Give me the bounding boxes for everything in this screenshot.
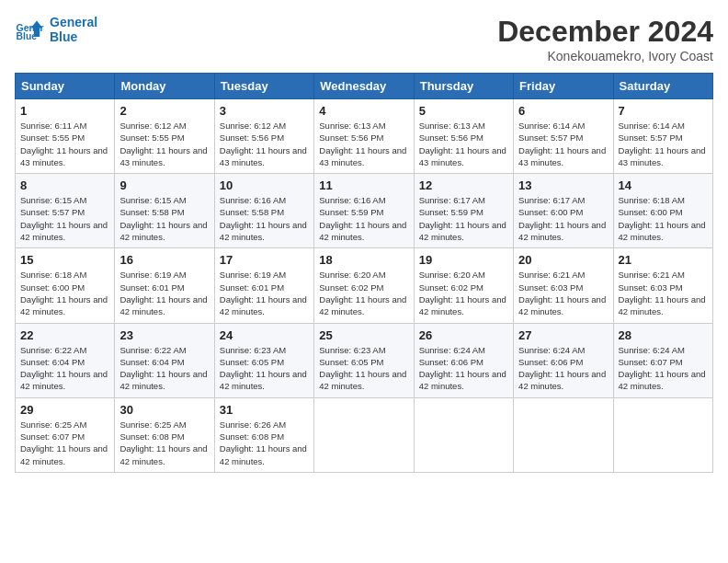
weekday-header-saturday: Saturday [613,74,712,99]
month-title: December 2024 [497,15,713,49]
logo-text-line1: General [50,15,97,29]
day-info: Sunrise: 6:23 AMSunset: 6:05 PMDaylight:… [220,344,309,393]
calendar-cell[interactable]: 29Sunrise: 6:25 AMSunset: 6:07 PMDayligh… [16,397,115,472]
day-info: Sunrise: 6:21 AMSunset: 6:03 PMDaylight:… [518,269,608,317]
calendar-cell[interactable]: 17Sunrise: 6:19 AMSunset: 6:01 PMDayligh… [214,248,313,323]
calendar-cell[interactable] [613,397,712,472]
day-info: Sunrise: 6:15 AMSunset: 5:57 PMDaylight:… [20,194,109,243]
day-number: 10 [220,178,309,192]
day-info: Sunrise: 6:18 AMSunset: 6:00 PMDaylight:… [619,194,708,243]
calendar-cell[interactable]: 22Sunrise: 6:22 AMSunset: 6:04 PMDayligh… [16,323,115,397]
day-info: Sunrise: 6:11 AMSunset: 5:55 PMDaylight:… [20,120,109,168]
calendar-cell[interactable] [414,397,513,472]
calendar-table: SundayMondayTuesdayWednesdayThursdayFrid… [15,73,713,473]
calendar-cell[interactable]: 2Sunrise: 6:12 AMSunset: 5:55 PMDaylight… [115,99,214,174]
calendar-week-row: 1Sunrise: 6:11 AMSunset: 5:55 PMDaylight… [16,99,713,174]
day-info: Sunrise: 6:24 AMSunset: 6:06 PMDaylight:… [518,344,608,393]
day-info: Sunrise: 6:25 AMSunset: 6:08 PMDaylight:… [119,419,209,467]
calendar-cell[interactable]: 27Sunrise: 6:24 AMSunset: 6:06 PMDayligh… [514,323,613,397]
day-number: 12 [419,178,508,192]
weekday-header-sunday: Sunday [16,74,115,99]
day-info: Sunrise: 6:16 AMSunset: 5:58 PMDaylight:… [220,194,309,243]
day-number: 7 [619,104,708,118]
calendar-cell[interactable]: 5Sunrise: 6:13 AMSunset: 5:56 PMDaylight… [414,99,513,174]
calendar-cell[interactable]: 3Sunrise: 6:12 AMSunset: 5:56 PMDaylight… [214,99,313,174]
calendar-week-row: 29Sunrise: 6:25 AMSunset: 6:07 PMDayligh… [16,397,713,472]
calendar-cell[interactable]: 28Sunrise: 6:24 AMSunset: 6:07 PMDayligh… [613,323,712,397]
calendar-cell[interactable]: 21Sunrise: 6:21 AMSunset: 6:03 PMDayligh… [613,248,712,323]
logo-text-line2: Blue [50,29,97,44]
calendar-cell[interactable]: 9Sunrise: 6:15 AMSunset: 5:58 PMDaylight… [115,174,214,248]
calendar-cell[interactable]: 15Sunrise: 6:18 AMSunset: 6:00 PMDayligh… [16,248,115,323]
calendar-cell[interactable]: 10Sunrise: 6:16 AMSunset: 5:58 PMDayligh… [214,174,313,248]
calendar-week-row: 8Sunrise: 6:15 AMSunset: 5:57 PMDaylight… [16,174,713,248]
day-info: Sunrise: 6:14 AMSunset: 5:57 PMDaylight:… [518,120,608,168]
day-info: Sunrise: 6:19 AMSunset: 6:01 PMDaylight:… [119,269,209,317]
weekday-header-monday: Monday [115,74,214,99]
calendar-cell[interactable]: 25Sunrise: 6:23 AMSunset: 6:05 PMDayligh… [314,323,414,397]
day-info: Sunrise: 6:12 AMSunset: 5:56 PMDaylight:… [220,120,309,168]
calendar-cell[interactable]: 23Sunrise: 6:22 AMSunset: 6:04 PMDayligh… [115,323,214,397]
location-title: Konekouamekro, Ivory Coast [497,49,713,63]
day-info: Sunrise: 6:13 AMSunset: 5:56 PMDaylight:… [319,120,408,168]
day-number: 29 [20,403,109,417]
day-number: 26 [419,328,508,342]
calendar-week-row: 15Sunrise: 6:18 AMSunset: 6:00 PMDayligh… [16,248,713,323]
title-section: December 2024 Konekouamekro, Ivory Coast [497,15,713,63]
day-info: Sunrise: 6:20 AMSunset: 6:02 PMDaylight:… [319,269,408,317]
calendar-cell[interactable]: 6Sunrise: 6:14 AMSunset: 5:57 PMDaylight… [514,99,613,174]
day-info: Sunrise: 6:17 AMSunset: 5:59 PMDaylight:… [419,194,508,243]
calendar-cell[interactable]: 20Sunrise: 6:21 AMSunset: 6:03 PMDayligh… [514,248,613,323]
day-number: 2 [119,104,209,118]
calendar-cell[interactable]: 4Sunrise: 6:13 AMSunset: 5:56 PMDaylight… [314,99,414,174]
calendar-cell[interactable]: 24Sunrise: 6:23 AMSunset: 6:05 PMDayligh… [214,323,313,397]
calendar-cell[interactable]: 7Sunrise: 6:14 AMSunset: 5:57 PMDaylight… [613,99,712,174]
calendar-cell[interactable]: 14Sunrise: 6:18 AMSunset: 6:00 PMDayligh… [613,174,712,248]
calendar-cell[interactable]: 16Sunrise: 6:19 AMSunset: 6:01 PMDayligh… [115,248,214,323]
calendar-cell[interactable]: 19Sunrise: 6:20 AMSunset: 6:02 PMDayligh… [414,248,513,323]
day-number: 11 [319,178,408,192]
day-number: 27 [518,328,608,342]
day-info: Sunrise: 6:14 AMSunset: 5:57 PMDaylight:… [619,120,708,168]
calendar-cell[interactable]: 11Sunrise: 6:16 AMSunset: 5:59 PMDayligh… [314,174,414,248]
calendar-cell[interactable] [314,397,414,472]
weekday-header-tuesday: Tuesday [214,74,313,99]
calendar-cell[interactable]: 1Sunrise: 6:11 AMSunset: 5:55 PMDaylight… [16,99,115,174]
calendar-week-row: 22Sunrise: 6:22 AMSunset: 6:04 PMDayligh… [16,323,713,397]
logo: General Blue General Blue [15,15,97,44]
day-info: Sunrise: 6:19 AMSunset: 6:01 PMDaylight:… [220,269,309,317]
day-info: Sunrise: 6:22 AMSunset: 6:04 PMDaylight:… [119,344,209,393]
calendar-cell[interactable]: 30Sunrise: 6:25 AMSunset: 6:08 PMDayligh… [115,397,214,472]
day-info: Sunrise: 6:12 AMSunset: 5:55 PMDaylight:… [119,120,209,168]
calendar-cell[interactable]: 18Sunrise: 6:20 AMSunset: 6:02 PMDayligh… [314,248,414,323]
calendar-cell[interactable]: 31Sunrise: 6:26 AMSunset: 6:08 PMDayligh… [214,397,313,472]
logo-icon: General Blue [15,15,44,44]
day-number: 14 [619,178,708,192]
day-info: Sunrise: 6:25 AMSunset: 6:07 PMDaylight:… [20,419,109,467]
day-number: 20 [518,253,608,267]
calendar-cell[interactable]: 26Sunrise: 6:24 AMSunset: 6:06 PMDayligh… [414,323,513,397]
day-info: Sunrise: 6:21 AMSunset: 6:03 PMDaylight:… [619,269,708,317]
calendar-cell[interactable]: 8Sunrise: 6:15 AMSunset: 5:57 PMDaylight… [16,174,115,248]
day-number: 31 [220,403,309,417]
day-info: Sunrise: 6:15 AMSunset: 5:58 PMDaylight:… [119,194,209,243]
calendar-cell[interactable]: 13Sunrise: 6:17 AMSunset: 6:00 PMDayligh… [514,174,613,248]
day-number: 28 [619,328,708,342]
day-number: 16 [119,253,209,267]
day-number: 17 [220,253,309,267]
day-number: 5 [419,104,508,118]
day-number: 13 [518,178,608,192]
day-info: Sunrise: 6:13 AMSunset: 5:56 PMDaylight:… [419,120,508,168]
day-info: Sunrise: 6:17 AMSunset: 6:00 PMDaylight:… [518,194,608,243]
day-number: 30 [119,403,209,417]
page-header: General Blue General Blue December 2024 … [15,15,713,63]
calendar-cell[interactable]: 12Sunrise: 6:17 AMSunset: 5:59 PMDayligh… [414,174,513,248]
day-number: 3 [220,104,309,118]
day-number: 4 [319,104,408,118]
calendar-cell[interactable] [514,397,613,472]
day-info: Sunrise: 6:26 AMSunset: 6:08 PMDaylight:… [220,419,309,467]
day-number: 19 [419,253,508,267]
day-number: 25 [319,328,408,342]
day-info: Sunrise: 6:22 AMSunset: 6:04 PMDaylight:… [20,344,109,393]
day-info: Sunrise: 6:20 AMSunset: 6:02 PMDaylight:… [419,269,508,317]
